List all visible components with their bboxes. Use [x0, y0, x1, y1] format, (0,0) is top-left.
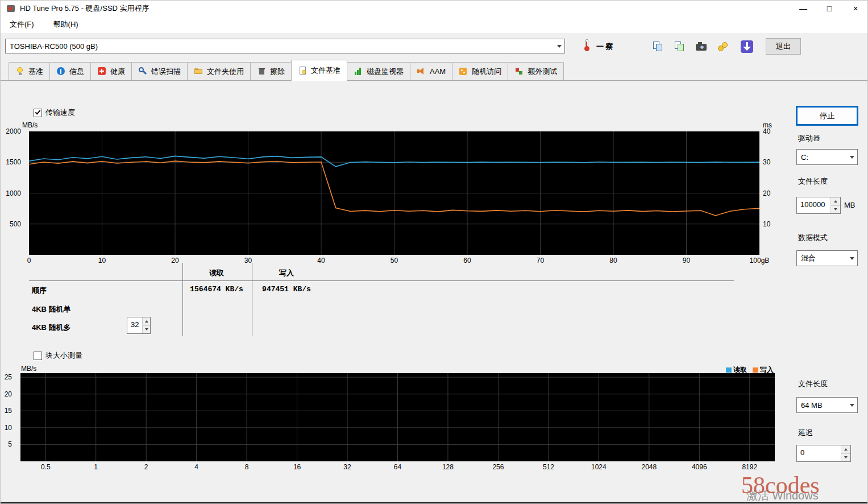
- exit-button[interactable]: 退出: [766, 38, 801, 55]
- axis-tick-label: 0.5: [41, 463, 51, 472]
- sequential-write-value: 947451 KB/s: [252, 285, 321, 294]
- tab-folder-usage[interactable]: 文件夹使用: [187, 62, 251, 80]
- tab-random-access[interactable]: 随机访问: [452, 62, 508, 80]
- spinner-buttons[interactable]: [142, 317, 150, 333]
- close-button[interactable]: ×: [842, 1, 868, 16]
- tab-error-scan[interactable]: 错误扫描: [131, 62, 188, 80]
- folder-icon: [194, 67, 203, 76]
- copy-icon: [652, 40, 665, 53]
- axis-tick-label: 50: [391, 257, 398, 265]
- tab-label: 基准: [28, 67, 43, 77]
- axis-tick-label: 128: [442, 463, 454, 472]
- axis-tick-label: 64: [394, 463, 401, 472]
- update-button[interactable]: [737, 38, 757, 55]
- tab-info[interactable]: 信息: [49, 62, 91, 80]
- drive-combo-value: C:: [797, 153, 847, 162]
- tab-label: 随机访问: [472, 67, 501, 77]
- extra-tests-icon: [514, 67, 524, 76]
- transfer-speed-label: 传输速度: [45, 108, 75, 118]
- y-axis-unit: MB/s: [21, 365, 36, 373]
- spinner-up-icon[interactable]: [841, 445, 850, 454]
- queue-depth-spinner[interactable]: 32: [127, 317, 151, 334]
- y-axis-unit-left: MB/s: [22, 121, 38, 129]
- tab-disk-monitor[interactable]: 磁盘监视器: [347, 62, 410, 80]
- spinner-down-icon[interactable]: [143, 326, 150, 334]
- thermometer-icon: [580, 39, 593, 52]
- axis-tick-label: 40: [317, 257, 325, 265]
- minimize-button[interactable]: —: [790, 1, 816, 16]
- axis-tick-label: 40: [763, 127, 770, 135]
- spinner-up-icon[interactable]: [143, 317, 150, 326]
- transfer-chart-y-axis-left: 500100015002000: [1, 131, 27, 255]
- chevron-down-icon: [847, 251, 857, 266]
- file-length-spinner[interactable]: 100000: [796, 197, 841, 214]
- eraser-icon: [257, 67, 267, 76]
- file-benchmark-transfer-speed-plot: [29, 131, 759, 255]
- axis-tick-label: 30: [763, 158, 770, 166]
- latency-label: 延迟: [798, 428, 813, 438]
- save-results-button[interactable]: [713, 38, 733, 55]
- tab-label: 额外测试: [528, 67, 557, 77]
- copy-image-button[interactable]: [670, 38, 690, 55]
- results-divider: [29, 280, 734, 281]
- transfer-speed-chart: [29, 131, 759, 255]
- read-header: 读取: [182, 268, 251, 278]
- data-mode-combo[interactable]: 混合: [796, 250, 858, 266]
- axis-tick-label: 20: [5, 390, 12, 398]
- bar-chart-icon: [354, 67, 363, 76]
- axis-tick-label: 5: [8, 440, 12, 448]
- screenshot-button[interactable]: [692, 38, 711, 55]
- temperature-value: 一 察: [596, 42, 613, 52]
- tab-label: AAM: [430, 67, 446, 76]
- tab-aam[interactable]: AAM: [410, 62, 452, 80]
- app-icon: [6, 4, 15, 13]
- block-size-measurement-plot: [20, 373, 775, 461]
- axis-tick-label: 8: [245, 463, 249, 472]
- spinner-up-icon[interactable]: [831, 197, 840, 206]
- results-column-divider: [252, 263, 252, 336]
- axis-tick-label: 500: [10, 220, 21, 228]
- block-size-checkbox[interactable]: 块大小测量: [34, 350, 82, 361]
- chevron-down-icon: [847, 150, 857, 164]
- spinner-buttons[interactable]: [830, 197, 840, 213]
- axis-tick-label: 1024: [591, 463, 607, 472]
- axis-tick-label: 2000: [6, 127, 21, 135]
- axis-tick-label: 1: [94, 463, 98, 472]
- axis-tick-label: 4096: [692, 463, 707, 472]
- tab-health[interactable]: 健康: [90, 62, 132, 80]
- block-size-chart: [20, 373, 775, 461]
- tab-benchmark[interactable]: 基准: [9, 62, 50, 80]
- axis-tick-label: 512: [543, 463, 554, 472]
- tab-label: 擦除: [270, 67, 285, 77]
- menu-help[interactable]: 帮助(H): [51, 18, 81, 31]
- axis-tick-label: 10: [5, 424, 12, 432]
- axis-tick-label: 80: [609, 257, 617, 265]
- file-length-combo[interactable]: 64 MB: [796, 397, 858, 413]
- tab-extra-tests[interactable]: 额外测试: [508, 62, 564, 80]
- copy-text-button[interactable]: [649, 38, 668, 55]
- tab-label: 文件夹使用: [207, 67, 244, 77]
- tab-label: 磁盘监视器: [367, 67, 404, 77]
- spinner-down-icon[interactable]: [841, 454, 850, 462]
- spinner-buttons[interactable]: [841, 445, 850, 461]
- window-controls: — □ ×: [790, 1, 868, 16]
- latency-spinner[interactable]: 0: [796, 445, 851, 462]
- maximize-button[interactable]: □: [816, 1, 842, 16]
- axis-tick-label: 2: [144, 463, 148, 472]
- transfer-speed-checkbox[interactable]: 传输速度: [34, 108, 75, 118]
- tab-file-benchmark[interactable]: 文件基准: [291, 60, 347, 81]
- checkbox-box: [34, 109, 42, 117]
- menu-file[interactable]: 文件(F): [7, 18, 36, 31]
- axis-tick-label: 4: [194, 463, 198, 472]
- tab-erase[interactable]: 擦除: [250, 62, 292, 80]
- axis-tick-label: 90: [683, 257, 690, 265]
- download-arrow-icon: [741, 40, 753, 53]
- stop-button[interactable]: 停止: [796, 106, 858, 125]
- spinner-down-icon[interactable]: [831, 206, 840, 214]
- drive-combo[interactable]: C:: [796, 149, 858, 165]
- drive-select[interactable]: TOSHIBA-RC500 (500 gB): [5, 39, 565, 53]
- window-title: HD Tune Pro 5.75 - 硬盘/SSD 实用程序: [20, 3, 149, 14]
- file-length-unit: MB: [844, 201, 855, 209]
- row-4kb-multi-label: 4KB 随机多: [32, 323, 71, 333]
- latency-value: 0: [797, 445, 841, 461]
